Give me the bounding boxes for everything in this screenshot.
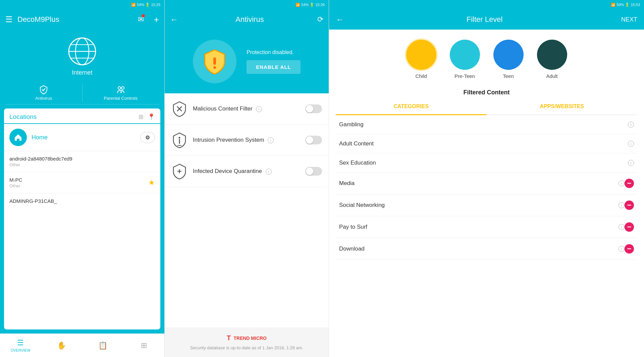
- child-label: Child: [415, 73, 427, 79]
- quarantine-toggle[interactable]: [305, 167, 322, 176]
- pay-to-surf-label: Pay to Surf: [339, 224, 616, 230]
- info-icon-media[interactable]: i: [619, 180, 625, 186]
- antivirus-items-list: Malicious Content Filter i Intrusion Pre…: [165, 93, 329, 327]
- filter-option-adult[interactable]: Adult: [537, 40, 567, 79]
- overview-label: OVERVIEW: [11, 348, 31, 352]
- grid-view-icon[interactable]: ⊞: [139, 113, 144, 121]
- tab-apps-websites[interactable]: APPS/WEBSITES: [487, 99, 638, 115]
- device-item-mpc[interactable]: M-PC Other ★: [4, 172, 160, 193]
- device-item-android[interactable]: android-2a848078bedc7ed9 Other: [4, 151, 160, 172]
- nav-tasks[interactable]: 📋: [82, 334, 123, 357]
- category-download: Download i −: [336, 238, 637, 260]
- tab-parental-controls[interactable]: Parental Controls: [83, 82, 159, 104]
- preteen-label: Pre-Teen: [454, 73, 475, 79]
- antivirus-back-icon[interactable]: ←: [170, 15, 178, 24]
- categories-list: Gambling i Adult Content i Sex Education…: [329, 115, 644, 357]
- next-button[interactable]: NEXT: [621, 16, 637, 23]
- ips-text: Intrusion Prevention System i: [193, 137, 305, 143]
- panel1-title: DecoM9Plus: [17, 15, 138, 24]
- history-icon[interactable]: ⟳: [317, 15, 323, 24]
- device-item-adminrg[interactable]: ADMINRG-P31CAB_: [4, 193, 160, 209]
- device-type: Other: [9, 162, 155, 167]
- svg-point-11: [179, 137, 180, 139]
- parental-controls-icon: [116, 85, 125, 94]
- tab-antivirus[interactable]: Antivirus: [5, 82, 82, 104]
- remove-media-button[interactable]: −: [625, 179, 634, 188]
- home-circle-icon: [9, 129, 27, 146]
- device-name-mpc: M-PC: [9, 177, 148, 183]
- social-networking-label: Social Networking: [339, 202, 616, 209]
- filter-option-teen[interactable]: Teen: [493, 40, 524, 79]
- hero-right: Protection disabled. ENABLE ALL: [247, 49, 300, 74]
- ips-icon: [171, 132, 187, 148]
- locations-title: Locations: [9, 113, 139, 121]
- info-icon-adult[interactable]: i: [628, 141, 634, 147]
- child-circle: [406, 40, 436, 70]
- filter-back-icon[interactable]: ←: [336, 15, 344, 24]
- nav-overview[interactable]: ☰ OVERVIEW: [0, 334, 41, 357]
- hamburger-icon[interactable]: ☰: [5, 15, 13, 24]
- category-media: Media i −: [336, 173, 637, 194]
- filtered-content-title: Filtered Content: [464, 89, 510, 96]
- panel-antivirus: 📶 54% 🔋 15:26 ← Antivirus ⟳ Protection d…: [164, 0, 329, 357]
- shield-warning-icon: [201, 48, 228, 75]
- globe-section: Internet: [0, 30, 164, 82]
- bottom-navigation: ☰ OVERVIEW ✋ 📋 ⊞: [0, 333, 164, 357]
- antivirus-title: Antivirus: [182, 15, 317, 24]
- panel-decomplus: 📶 54% 🔋 15:25 ☰ DecoM9Plus ✉ + Internet …: [0, 0, 164, 357]
- av-ips-item: Intrusion Prevention System i: [165, 125, 329, 156]
- enable-all-button[interactable]: ENABLE ALL: [247, 60, 300, 74]
- malicious-content-toggle[interactable]: [305, 104, 322, 113]
- protection-status: Protection disabled.: [247, 49, 294, 55]
- locations-card: Locations ⊞ 📍 Home ⚙ android-2a848078bed…: [4, 108, 160, 329]
- info-icon-download[interactable]: i: [619, 246, 625, 252]
- home-label: Home: [32, 134, 140, 141]
- parental-controls-tab-label: Parental Controls: [104, 96, 138, 101]
- ips-label: Intrusion Prevention System i: [193, 137, 274, 143]
- nav-more[interactable]: ⊞: [123, 334, 165, 357]
- media-label: Media: [339, 180, 616, 187]
- teen-label: Teen: [503, 73, 514, 79]
- mail-badge: [142, 14, 145, 17]
- filter-option-preteen[interactable]: Pre-Teen: [450, 40, 480, 79]
- category-gambling: Gambling i: [336, 115, 637, 134]
- home-location-item[interactable]: Home ⚙: [4, 124, 160, 151]
- info-icon-sex-ed[interactable]: i: [628, 160, 634, 166]
- adult-circle: [537, 40, 567, 70]
- filter-option-child[interactable]: Child: [406, 40, 436, 79]
- info-icon-2[interactable]: i: [268, 137, 274, 143]
- quarantine-label: Infected Device Quarantine i: [193, 168, 272, 174]
- tab-categories[interactable]: CATEGORIES: [336, 99, 487, 115]
- antivirus-hero: Protection disabled. ENABLE ALL: [165, 30, 329, 93]
- tasks-icon: 📋: [98, 341, 107, 350]
- home-gear-button[interactable]: ⚙: [140, 132, 155, 143]
- trend-brand: TREND MICRO: [233, 336, 267, 341]
- category-adult-content: Adult Content i: [336, 134, 637, 153]
- download-label: Download: [339, 246, 616, 252]
- more-icon: ⊞: [141, 341, 147, 350]
- category-sex-education: Sex Education i: [336, 153, 637, 173]
- info-icon-social[interactable]: i: [619, 202, 625, 208]
- security-footer-text: Security database is up-to-date as of 1 …: [190, 345, 304, 350]
- remove-social-button[interactable]: −: [625, 200, 634, 210]
- status-bar-p1: 📶 54% 🔋 15:25: [131, 3, 160, 7]
- category-pay-to-surf: Pay to Surf i −: [336, 216, 637, 238]
- map-pin-icon[interactable]: 📍: [148, 113, 155, 121]
- info-icon-1[interactable]: i: [256, 106, 262, 112]
- remove-pay-button[interactable]: −: [625, 222, 634, 232]
- nav-devices[interactable]: ✋: [41, 334, 83, 357]
- overview-icon: ☰: [17, 339, 24, 347]
- gambling-label: Gambling: [339, 121, 625, 128]
- adult-content-label: Adult Content: [339, 140, 625, 147]
- plus-icon[interactable]: +: [154, 14, 159, 25]
- quarantine-text: Infected Device Quarantine i: [193, 168, 305, 175]
- sex-education-label: Sex Education: [339, 160, 625, 166]
- ips-toggle[interactable]: [305, 136, 322, 144]
- malicious-content-label: Malicious Content Filter i: [193, 105, 262, 112]
- remove-download-button[interactable]: −: [625, 244, 634, 254]
- locations-header: Locations ⊞ 📍: [4, 108, 160, 124]
- info-icon-gambling[interactable]: i: [628, 122, 634, 128]
- malicious-content-icon: [171, 101, 187, 117]
- info-icon-3[interactable]: i: [266, 169, 272, 175]
- info-icon-pay[interactable]: i: [619, 224, 625, 230]
